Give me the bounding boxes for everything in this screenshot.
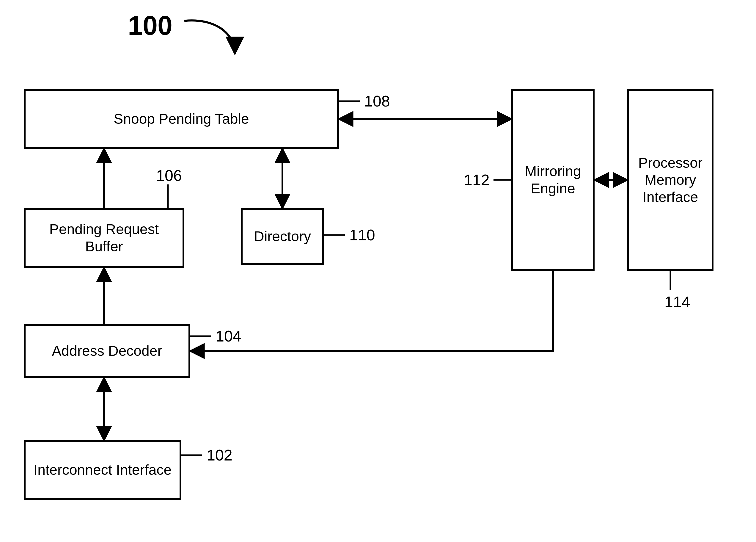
ref-102: 102 xyxy=(207,446,232,464)
block-label: Mirroring Engine xyxy=(516,163,590,197)
ref-106: 106 xyxy=(156,166,182,184)
block-label: Directory xyxy=(254,228,311,245)
block-snoop-pending-table: Snoop Pending Table xyxy=(24,89,339,149)
conn-mirroring-decoder xyxy=(190,271,553,351)
ref-110: 110 xyxy=(349,226,375,244)
block-pending-request-buffer: Pending Request Buffer xyxy=(24,208,184,268)
block-directory: Directory xyxy=(241,208,324,265)
ref-114: 114 xyxy=(664,293,690,311)
block-label: Address Decoder xyxy=(52,343,162,360)
diagram-title: 100 xyxy=(128,10,172,41)
diagram-canvas: 100 Snoop Pending Table Pending Request … xyxy=(0,0,756,542)
title-arrow xyxy=(184,21,235,54)
block-label: Interconnect Interface xyxy=(34,461,172,479)
ref-104: 104 xyxy=(216,327,241,345)
ref-108: 108 xyxy=(364,92,390,110)
block-mirroring-engine: Mirroring Engine xyxy=(511,89,595,271)
block-label: Pending Request Buffer xyxy=(29,221,180,255)
block-processor-memory-interface: Processor Memory Interface xyxy=(627,89,713,271)
ref-112: 112 xyxy=(464,171,490,189)
block-label: Processor Memory Interface xyxy=(632,154,709,206)
block-interconnect-interface: Interconnect Interface xyxy=(24,440,181,500)
block-label: Snoop Pending Table xyxy=(114,110,249,128)
block-address-decoder: Address Decoder xyxy=(24,324,190,378)
